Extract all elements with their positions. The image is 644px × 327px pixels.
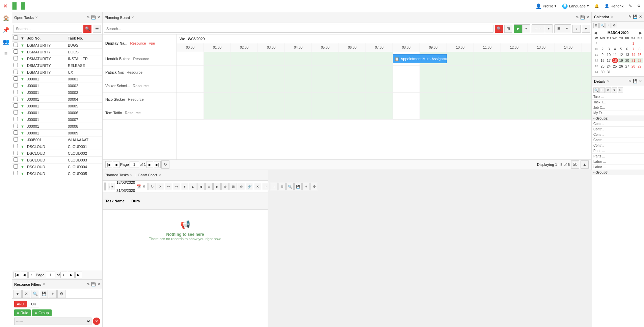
task-list-item[interactable]: ▼ J00001 00004 [12,96,102,103]
row-checkbox[interactable] [14,137,18,142]
cal-save-icon[interactable]: 💾 [633,15,638,19]
cal-day[interactable]: 9 [599,52,606,57]
gantt-refresh-btn[interactable]: ↻ [149,183,156,190]
pb-view-dropdown[interactable]: ▾ [563,25,571,33]
gantt-zoom-in[interactable]: ⊕ [221,183,229,190]
cal-search-btn[interactable]: 🔍 [599,23,605,28]
open-tasks-save-icon[interactable]: 💾 [91,15,96,20]
row-filter-icon[interactable]: ▼ [19,103,26,109]
cal-day[interactable] [630,69,636,75]
task-list-item[interactable]: ▼ DSMATURITY RELEASE [12,62,102,69]
pb-page-size-up[interactable]: ▲ [581,160,589,169]
details-close2-icon[interactable]: ✕ [639,79,642,83]
cal-day[interactable]: 21 [630,58,636,63]
cal-day[interactable]: 26 [618,64,624,69]
gantt-expand2-btn[interactable]: ▲ [189,183,196,190]
sidebar-menu-icon[interactable]: ≡ [4,50,7,56]
task-list-item[interactable]: ▼ DSCLOUD CLOUD001 [12,143,102,150]
cal-day[interactable] [624,41,630,46]
gantt-sort-btn[interactable]: ↕ [108,183,110,190]
select-all-checkbox[interactable] [14,35,18,40]
pb-prev-page[interactable]: ◀ [113,161,119,168]
language-menu[interactable]: 🌐 Language ▾ [562,3,589,9]
cal-day[interactable]: 29 [637,64,643,69]
pb-edit-icon[interactable]: ✎ [576,15,579,20]
det-filter-btn[interactable]: ▼ [612,87,617,93]
pb-next-page[interactable]: ▶ [146,161,153,168]
task-list-item[interactable]: ▼ DSMATURITY BUGS [12,42,102,49]
open-tasks-search[interactable] [14,25,82,33]
cal-day[interactable] [637,41,643,46]
rf-rule-button[interactable]: ● Rule [14,309,31,316]
cal-day[interactable]: 3 [606,46,612,52]
pb-search-btn[interactable]: 🔍 [495,25,503,33]
open-tasks-edit-icon[interactable]: ✎ [87,15,90,20]
cal-day[interactable]: 11 [612,52,618,57]
cal-day[interactable]: 27 [624,64,630,69]
gantt-link-btn[interactable]: 🔗 [246,183,253,190]
task-list-item[interactable]: ▼ J00001 00002 [12,82,102,89]
row-checkbox[interactable] [14,49,18,54]
rf-delete-btn[interactable]: ✕ [22,290,30,298]
pb-sort-btn[interactable]: ↕ [572,25,581,33]
det-add-btn[interactable]: + [599,87,605,93]
pb-page-size-btn[interactable]: 50 [571,160,579,169]
cal-add-btn[interactable]: + [606,23,611,28]
row-filter-icon[interactable]: ▼ [19,109,26,116]
cal-day[interactable]: 10 [606,52,612,57]
row-filter-icon[interactable]: ▼ [19,42,26,49]
cal-day[interactable]: 5 [618,46,624,52]
open-tasks-close[interactable]: ✕ [35,16,38,19]
task-list-item[interactable]: ▼ J00001 00009 [12,130,102,136]
gantt-close-range[interactable]: ✕ [142,184,145,189]
cal-day[interactable]: 13 [624,52,630,57]
pb-settings-btn[interactable]: ▾ [582,25,590,33]
pb-play-btn[interactable]: ▶ [514,25,522,33]
next-page-btn2[interactable]: ▶ [68,272,75,278]
row-filter-icon[interactable]: ▼ [19,150,26,157]
gantt-expand-btn[interactable]: ⊞ [104,183,105,190]
row-filter-icon[interactable]: ▼ [19,116,26,123]
cal-day[interactable]: 16 [599,58,606,63]
cal-day[interactable]: 17 [606,58,612,63]
details-close[interactable]: ✕ [607,79,610,83]
task-list-item[interactable]: ▼ J00B001 WHAAAAAT [12,136,102,143]
sidebar-pin-icon[interactable]: 📌 [3,27,9,33]
rf-edit-icon[interactable]: ✎ [87,282,90,286]
cal-day[interactable]: 30 [599,69,606,75]
calendar-close[interactable]: ✕ [611,15,613,19]
gantt-outdent-btn[interactable]: ← [270,183,277,190]
cal-day[interactable]: 1 [630,41,636,46]
gantt-lr-btn[interactable]: ←→ [106,183,106,190]
cal-day[interactable]: 8 [637,46,643,52]
cal-day[interactable]: 24 [606,64,612,69]
row-checkbox[interactable] [14,117,18,121]
task-list-item[interactable]: ▼ DSCLOUD CLOUD004 [12,164,102,170]
close-icon[interactable]: ✕ [3,3,7,9]
gantt-indent-btn[interactable]: → [262,183,269,190]
gantt-redo-btn[interactable]: ↪ [173,183,180,190]
open-tasks-close2-icon[interactable]: ✕ [97,15,100,20]
row-checkbox[interactable] [14,70,18,74]
rf-or-button[interactable]: OR [28,301,39,307]
task-list-item[interactable]: ▼ DSCLOUD CLOUD005 [12,170,102,177]
row-filter-icon[interactable]: ▼ [19,96,26,103]
cal-close2-icon[interactable]: ✕ [639,15,642,19]
gantt-chart-tab[interactable]: Gantt Chart [138,173,157,177]
cal-day[interactable] [618,41,624,46]
row-checkbox[interactable] [14,164,18,169]
cal-edit-icon[interactable]: ✎ [628,15,632,19]
task-list-item[interactable]: ▼ J00001 00006 [12,109,102,116]
task-list-item[interactable]: ▼ DSCLOUD CLOUD002 [12,150,102,157]
profile-menu[interactable]: 👤 Profile ▾ [536,3,557,9]
cal-day[interactable] [612,41,618,46]
row-checkbox[interactable] [14,157,18,162]
row-filter-icon[interactable]: ▼ [19,157,26,164]
pencil-button[interactable]: ✎ [629,4,632,8]
cal-day[interactable]: 4 [612,46,618,52]
pb-first-page[interactable]: |◀ [105,161,112,168]
cal-next-month[interactable]: ▶ [639,30,642,35]
resource-filters-close[interactable]: ✕ [43,282,45,286]
row-checkbox[interactable] [14,124,18,128]
details-edit-icon[interactable]: ✎ [628,79,632,83]
